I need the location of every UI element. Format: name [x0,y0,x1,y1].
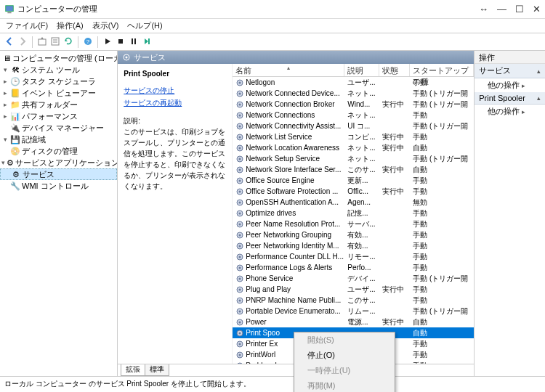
play-button[interactable] [102,36,113,48]
refresh-button[interactable] [63,36,73,48]
svg-point-29 [239,158,241,160]
tree-label: サービス [23,169,54,180]
service-row[interactable]: Peer Networking Grouping有効...手動 [233,229,474,240]
tree-icon: 💾 [10,134,20,144]
context-menu-item[interactable]: 停止(O) [294,348,395,363]
tab-extended[interactable]: 拡張 [121,364,145,376]
menu-file[interactable]: ファイル(F) [6,20,48,31]
actions-item-other2[interactable]: 他の操作 ▸ [475,105,545,118]
service-row[interactable]: Network Connection BrokerWind...実行中手動 (ト… [233,99,474,110]
col-status[interactable]: 状態 [379,64,410,76]
maximize-button[interactable]: ☐ [515,4,524,15]
menu-action[interactable]: 操作(A) [57,20,84,31]
service-row[interactable]: Netlogonユーザ...手動 [233,77,474,88]
expander-icon[interactable]: ▸ [1,113,9,120]
menu-help[interactable]: ヘルプ(H) [127,20,162,31]
menu-view[interactable]: 表示(V) [92,20,119,31]
tree-icon: 🛠 [10,65,20,75]
expander-icon[interactable]: ▸ [1,89,9,97]
expander-icon[interactable]: ▸ [1,101,9,108]
separator [32,36,33,48]
collapse-icon: ▴ [537,94,541,102]
up-button[interactable] [37,36,47,48]
help-button[interactable]: ? [83,36,93,48]
svg-point-55 [239,299,241,301]
tree-node[interactable]: ▸🕒タスク スケジューラ [0,75,117,87]
list-header[interactable]: ▴名前 説明 状態 スタートアップの種 [233,64,474,77]
tree-node[interactable]: 🔌デバイス マネージャー [0,122,117,134]
service-row[interactable]: OpenSSH Authentication A...Agen...無効 [233,197,474,208]
service-row[interactable]: Network Store Interface Ser...このサ...実行中自… [233,164,474,175]
actions-section-printspooler[interactable]: Print Spooler▴ [475,92,545,105]
stop-button[interactable] [116,36,126,48]
svg-point-39 [239,212,241,214]
expander-icon[interactable]: ▸ [1,78,9,85]
tree-node[interactable]: ⚙サービス [0,168,117,180]
tree-node[interactable]: ▾💾記憶域 [0,134,117,145]
svg-point-17 [239,92,241,94]
restart-button[interactable] [142,36,152,48]
extra-button[interactable]: ↔ [479,4,488,15]
svg-text:?: ? [86,38,90,45]
expander-icon[interactable]: ▾ [1,66,9,73]
pause-button[interactable] [129,36,139,48]
svg-rect-9 [132,38,133,44]
service-row[interactable]: Plug and Playユーザ...実行中手動 [233,284,474,295]
service-row[interactable]: Network Setup Serviceネット...手動 (トリガー開 [233,153,474,164]
service-row[interactable]: Office Software Protection ...Offic...実行… [233,186,474,197]
svg-point-27 [239,147,241,149]
tree-label: デバイス マネージャー [22,123,104,134]
tree-node[interactable]: ▸📁共有フォルダー [0,99,117,110]
navigation-tree[interactable]: 🖥コンピューターの管理 (ローカル)▾🛠システム ツール▸🕒タスク スケジューラ… [0,51,118,376]
services-list[interactable]: ▴名前 説明 状態 スタートアップの種 Netlogonユーザ...手動Netw… [233,64,474,364]
col-startup[interactable]: スタートアップの種 [410,64,474,76]
service-row[interactable]: Performance Logs & AlertsPerfo...手動 [233,262,474,273]
service-row[interactable]: Performance Counter DLL H...リモー...手動 [233,251,474,262]
toolbar: ? [0,33,545,51]
col-desc[interactable]: 説明 [344,64,379,76]
service-row[interactable]: Office Source Engine更新...手動 [233,175,474,186]
service-row[interactable]: Portable Device Enumerato...リムー...手動 (トリ… [233,306,474,317]
back-button[interactable] [4,36,15,48]
minimize-button[interactable]: — [497,4,506,15]
tree-icon: 📊 [10,111,20,121]
svg-point-31 [239,168,241,171]
link-restart-service[interactable]: サービスの再起動 [124,97,226,108]
service-row[interactable]: Peer Networking Identity M...有効...手動 [233,240,474,251]
tree-node[interactable]: ▸📒イベント ビューアー [0,87,117,99]
tree-node[interactable]: ▾⚙サービスとアプリケーション [0,157,117,168]
actions-item-other1[interactable]: 他の操作 ▸ [475,78,545,92]
service-row[interactable]: Network Connectivity Assist...UI コ...手動 … [233,121,474,131]
svg-point-13 [126,57,128,59]
tree-node[interactable]: ▾🛠システム ツール [0,64,117,75]
window-title: コンピューターの管理 [17,4,479,15]
service-row[interactable]: Network List Serviceコンピ...実行中手動 [233,131,474,142]
expander-icon[interactable]: ▾ [1,159,5,166]
detail-service-name: Print Spooler [124,68,226,79]
tree-node[interactable]: 🖥コンピューターの管理 (ローカル) [0,52,117,64]
actions-section-services[interactable]: サービス▴ [475,64,545,78]
tab-standard[interactable]: 標準 [145,364,169,376]
separator [78,36,78,48]
tree-node[interactable]: 🔧WMI コントロール [0,180,117,192]
tree-node[interactable]: ▸📊パフォーマンス [0,110,117,122]
expander-icon[interactable]: ▾ [1,136,9,143]
service-row[interactable]: Network Connected Device...ネット...手動 (トリガ… [233,88,474,99]
close-button[interactable]: ✕ [533,4,541,15]
service-row[interactable]: PNRP Machine Name Publi...このサ...手動 [233,295,474,306]
service-row[interactable]: Power電源...実行中自動 [233,317,474,327]
forward-button[interactable] [17,36,28,48]
context-menu[interactable]: 開始(S)停止(O)一時停止(U)再開(M)再起動(E)すべてのタスク(K) ▸ [294,332,395,392]
service-row[interactable]: Network Connectionsネット...手動 [233,110,474,121]
service-row[interactable]: Peer Name Resolution Prot...サーバ...手動 [233,219,474,229]
link-stop-service[interactable]: サービスの停止 [124,85,226,96]
status-bar: ローカル コンピューター のサービス Print Spooler を停止して開始… [0,376,545,391]
tree-label: パフォーマンス [22,111,78,122]
service-row[interactable]: Network Location Awarenessネット...実行中自動 [233,142,474,153]
properties-button[interactable] [50,36,60,48]
service-row[interactable]: Optimize drives記憶...手動 [233,208,474,219]
service-row[interactable]: Phone Serviceデバイ...手動 (トリガー開 [233,273,474,284]
svg-rect-11 [148,38,150,44]
tree-node[interactable]: 📀ディスクの管理 [0,145,117,157]
col-name[interactable]: ▴名前 [233,64,344,76]
